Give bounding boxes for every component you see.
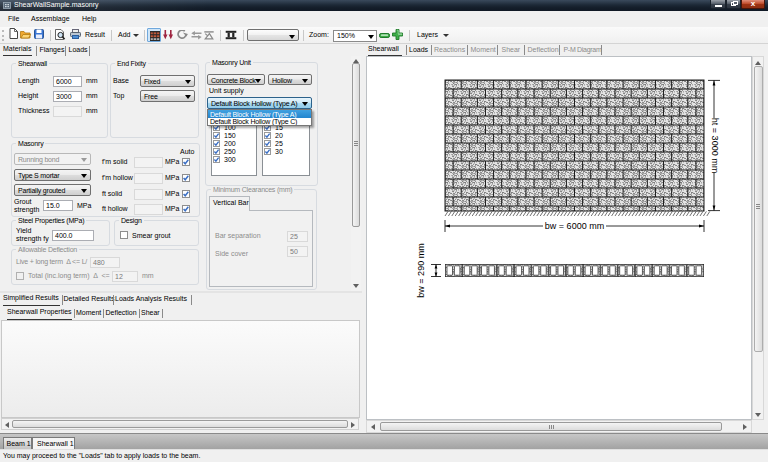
svg-text:ht = 3000 mm: ht = 3000 mm [710,118,720,173]
svg-text:bw = 290 mm: bw = 290 mm [416,243,426,297]
svg-text:bw = 6000 mm: bw = 6000 mm [545,221,604,231]
